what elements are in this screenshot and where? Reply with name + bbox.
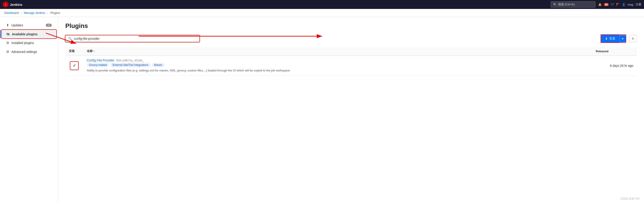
table-header: 安装 名称 ↑ Released: [65, 47, 637, 56]
header-search[interactable]: 🔍 搜索 (Ctrl+K): [551, 1, 596, 7]
col-released: Released: [592, 47, 637, 56]
install-label: 安装: [609, 37, 615, 41]
header: J Jenkins 🔍 搜索 (Ctrl+K) 🔔 20 🛡 🚩 👤 mag 注…: [0, 0, 644, 9]
col-name[interactable]: 名称 ↑: [83, 47, 592, 56]
col-install: 安装: [65, 47, 83, 56]
content: Plugins 🔍 ⬇ 安装 ▾ ↻: [58, 17, 644, 202]
table-body: ✓ Config File Provider 959.vcff671a_4518…: [65, 56, 637, 75]
sidebar: ⬆ Updates 20 🛍 Available plugins ⚙ Insta…: [0, 17, 58, 202]
jenkins-logo-text: Jenkins: [10, 3, 22, 6]
page-title: Plugins: [65, 22, 637, 29]
sidebar-item-installed-label: Installed plugins: [12, 41, 34, 45]
plugins-table: 安装 名称 ↑ Released ✓ Config File Provider: [65, 47, 637, 76]
user-icon[interactable]: 👤: [622, 3, 626, 6]
plugin-released-cell: 6 days 20 hr ago: [592, 56, 637, 75]
search-input[interactable]: [74, 37, 196, 40]
available-icon: 🛍: [6, 32, 10, 36]
installed-icon: ⚙: [6, 41, 9, 45]
svg-text:J: J: [5, 3, 6, 6]
header-left: J Jenkins: [3, 1, 22, 7]
shield-icon[interactable]: 🛡: [611, 3, 614, 6]
header-search-icon: 🔍: [553, 3, 557, 6]
chevron-down-icon: ▾: [622, 37, 624, 40]
sidebar-item-updates-label: Updates: [12, 23, 23, 27]
jenkins-logo: J Jenkins: [3, 1, 22, 7]
login-label[interactable]: 注册: [636, 2, 641, 6]
advanced-icon: ⚙: [6, 50, 9, 54]
breadcrumb-dashboard[interactable]: Dashboard: [4, 11, 19, 14]
plugin-name-row: Config File Provider 959.vcff671a_4518b_: [87, 58, 588, 62]
plugin-tag-maven[interactable]: Maven: [152, 63, 164, 67]
install-dropdown-button[interactable]: ▾: [620, 35, 626, 42]
plugin-info-cell: Config File Provider 959.vcff671a_4518b_…: [83, 56, 592, 75]
sidebar-item-available[interactable]: 🛍 Available plugins: [2, 30, 56, 38]
plugin-tag-external[interactable]: External Site/Tool Integrations: [110, 63, 150, 67]
sidebar-item-advanced-label: Advanced settings: [12, 50, 37, 54]
install-btn-group: ⬇ 安装 ▾: [601, 35, 626, 42]
refresh-icon: ↻: [632, 37, 634, 40]
search-icon: 🔍: [68, 37, 72, 40]
plugin-tag-groovy[interactable]: Groovy-related: [87, 63, 109, 67]
bell-icon[interactable]: 🔔: [598, 3, 602, 6]
sidebar-item-advanced[interactable]: ⚙ Advanced settings: [2, 48, 56, 56]
sidebar-item-available-label: Available plugins: [12, 32, 38, 36]
updates-badge: 20: [46, 24, 52, 27]
main-layout: ⬆ Updates 20 🛍 Available plugins ⚙ Insta…: [0, 17, 644, 202]
breadcrumb: Dashboard › Manage Jenkins › Plugins: [0, 9, 644, 17]
install-icon: ⬇: [605, 37, 608, 40]
search-row: 🔍 ⬇ 安装 ▾ ↻: [65, 35, 637, 42]
breadcrumb-sep-1: ›: [21, 11, 22, 14]
install-cell: ✓: [65, 56, 83, 75]
header-right: 🔍 搜索 (Ctrl+K) 🔔 20 🛡 🚩 👤 mag 注册: [551, 1, 641, 7]
sidebar-item-updates[interactable]: ⬆ Updates 20: [2, 21, 56, 29]
checkmark-icon: ✓: [73, 63, 76, 68]
refresh-button[interactable]: ↻: [629, 35, 637, 42]
search-box[interactable]: 🔍: [65, 35, 200, 42]
sidebar-item-installed[interactable]: ⚙ Installed plugins: [2, 39, 56, 47]
install-checkbox[interactable]: ✓: [70, 62, 78, 70]
jenkins-logo-icon: J: [3, 1, 8, 7]
notification-badge: 20: [604, 3, 609, 6]
breadcrumb-current: Plugins: [50, 11, 60, 14]
user-label: mag: [628, 3, 633, 6]
table-header-row: 安装 名称 ↑ Released: [65, 47, 637, 56]
header-search-placeholder: 搜索 (Ctrl+K): [558, 2, 575, 6]
header-icons: 🔔 20 🛡 🚩 👤 mag 注册: [598, 2, 641, 6]
breadcrumb-sep-2: ›: [48, 11, 48, 14]
watermark: CSDN @君子时: [620, 197, 640, 201]
install-button[interactable]: ⬇ 安装: [601, 35, 620, 42]
plugin-name-link[interactable]: Config File Provider: [87, 58, 114, 62]
plugin-description: Ability to provide configuration files (…: [87, 68, 588, 73]
flag-icon[interactable]: 🚩: [616, 3, 620, 6]
updates-icon: ⬆: [6, 23, 9, 27]
table-row: ✓ Config File Provider 959.vcff671a_4518…: [65, 56, 637, 75]
breadcrumb-manage-jenkins[interactable]: Manage Jenkins: [24, 11, 45, 14]
plugin-tags: Groovy-related External Site/Tool Integr…: [87, 63, 588, 67]
plugin-version: 959.vcff671a_4518b_: [116, 59, 144, 62]
